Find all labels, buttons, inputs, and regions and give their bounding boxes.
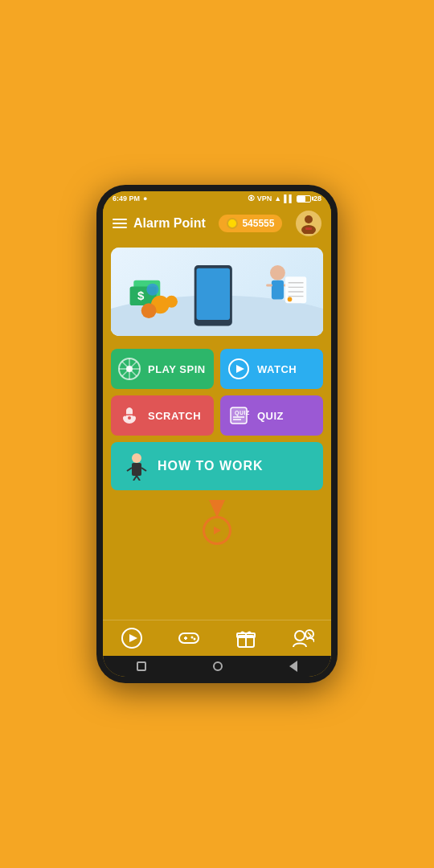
svg-point-28 <box>126 366 133 372</box>
svg-marker-45 <box>129 634 137 642</box>
signal-bars-icon: ▌▌ <box>284 194 294 203</box>
watch-button[interactable]: WATCH <box>220 349 323 389</box>
quiz-icon: QUIZ <box>227 403 251 428</box>
status-bar: 6:49 PM ● ⦿ VPN ▲ ▌▌ 28 <box>103 191 331 206</box>
svg-rect-15 <box>266 285 272 287</box>
scratch-button[interactable]: SCRATCH <box>111 395 214 436</box>
bottom-navigation <box>103 620 331 656</box>
svg-text:QUIZ: QUIZ <box>235 410 250 416</box>
android-home-button[interactable] <box>213 661 223 671</box>
svg-line-42 <box>141 468 146 471</box>
svg-marker-43 <box>214 526 221 534</box>
battery-fill <box>297 196 305 202</box>
svg-point-9 <box>141 303 157 318</box>
banner-background: $ <box>111 248 323 336</box>
svg-point-31 <box>128 416 131 420</box>
nav-refer-icon <box>292 627 314 649</box>
play-video-button[interactable] <box>203 516 231 545</box>
vpn-label: VPN <box>257 194 272 203</box>
time-display: 6:49 PM <box>113 194 140 203</box>
how-to-work-label: HOW TO WORK <box>158 459 264 473</box>
watch-icon <box>227 357 251 381</box>
signal-icon: ● <box>143 194 147 203</box>
app-header: Alarm Point 545555 <box>103 206 331 241</box>
android-navigation <box>103 656 331 677</box>
coin-dot-icon <box>227 218 238 229</box>
arrow-down-icon <box>209 500 225 518</box>
svg-point-12 <box>146 284 158 296</box>
android-back-button[interactable] <box>289 661 297 672</box>
svg-rect-2 <box>305 227 312 230</box>
how-to-work-button[interactable]: HOW TO WORK <box>111 442 323 490</box>
svg-point-50 <box>193 638 195 641</box>
phone-device: 6:49 PM ● ⦿ VPN ▲ ▌▌ 28 <box>96 185 338 683</box>
svg-point-54 <box>295 631 305 641</box>
play-spin-icon <box>117 357 141 381</box>
promo-banner: $ <box>111 248 323 336</box>
coins-value: 545555 <box>242 218 274 229</box>
app-title: Alarm Point <box>133 216 206 231</box>
watch-label: WATCH <box>257 363 297 375</box>
svg-rect-14 <box>272 280 284 300</box>
how-to-work-icon <box>124 452 149 481</box>
nav-item-play[interactable] <box>121 627 143 649</box>
nav-item-games[interactable] <box>178 627 200 649</box>
svg-line-41 <box>127 468 132 471</box>
svg-rect-5 <box>197 268 230 320</box>
svg-point-0 <box>305 215 313 223</box>
svg-rect-46 <box>179 633 199 643</box>
nav-item-gifts[interactable] <box>235 627 257 649</box>
coins-badge: 545555 <box>219 215 282 232</box>
hamburger-menu[interactable] <box>113 219 127 228</box>
content-spacer <box>103 548 331 620</box>
user-avatar[interactable] <box>296 211 321 236</box>
svg-point-37 <box>132 453 141 463</box>
svg-point-22 <box>288 297 293 302</box>
banner-illustration: $ <box>111 248 323 336</box>
svg-marker-30 <box>236 365 244 373</box>
play-spin-label: PLAY SPIN <box>148 363 206 375</box>
play-spin-button[interactable]: PLAY SPIN <box>111 349 214 389</box>
arrow-play-section <box>103 500 331 545</box>
menu-line-3 <box>113 227 127 228</box>
action-buttons-grid: PLAY SPIN WATCH <box>111 349 323 436</box>
svg-point-13 <box>270 265 285 280</box>
scratch-icon <box>117 403 141 428</box>
nav-gift-icon <box>235 627 257 649</box>
wifi-icon: ▲ <box>274 194 281 203</box>
battery-level: 28 <box>313 194 321 203</box>
svg-point-49 <box>190 637 193 639</box>
menu-line-1 <box>113 219 127 220</box>
nav-play-icon <box>121 627 143 649</box>
scratch-label: SCRATCH <box>148 410 201 422</box>
svg-text:$: $ <box>137 289 145 302</box>
svg-rect-38 <box>132 463 141 476</box>
svg-line-40 <box>137 476 140 481</box>
battery-icon <box>297 195 311 203</box>
bluetooth-icon: ⦿ <box>248 194 255 203</box>
play-triangle-icon <box>211 525 223 536</box>
nav-item-refer[interactable] <box>292 627 314 649</box>
quiz-button[interactable]: QUIZ QUIZ <box>220 395 323 436</box>
phone-screen: 6:49 PM ● ⦿ VPN ▲ ▌▌ 28 <box>103 191 331 677</box>
avatar-icon <box>300 213 317 234</box>
quiz-label: QUIZ <box>257 410 284 422</box>
menu-line-2 <box>113 223 127 224</box>
status-right: ⦿ VPN ▲ ▌▌ 28 <box>248 194 321 203</box>
nav-gamepad-icon <box>178 627 200 649</box>
status-left: 6:49 PM ● <box>113 194 147 203</box>
header-left: Alarm Point <box>113 216 206 231</box>
svg-point-10 <box>166 296 178 308</box>
android-square-button[interactable] <box>137 661 146 671</box>
